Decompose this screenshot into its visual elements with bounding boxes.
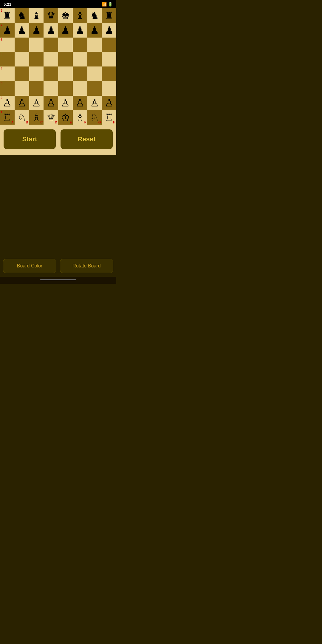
cell-4D[interactable] (44, 66, 58, 81)
status-bar: 5:21 📶 🔋 (0, 0, 116, 8)
cell-6E[interactable] (58, 38, 73, 52)
cell-3A[interactable]: 3 (0, 81, 15, 96)
cell-8G[interactable]: ♞ (87, 8, 102, 23)
cell-4G[interactable] (87, 66, 102, 81)
cell-3E[interactable] (58, 81, 73, 96)
piece-8G: ♞ (90, 10, 99, 21)
cell-2E[interactable]: ♙ (58, 96, 73, 110)
cell-6G[interactable] (87, 38, 102, 52)
cell-4C[interactable] (29, 66, 44, 81)
piece-7D: ♟ (47, 25, 55, 35)
cell-2D[interactable]: ♙ (44, 96, 58, 110)
cell-7C[interactable]: ♟ (29, 23, 44, 38)
cell-3H[interactable] (102, 81, 116, 96)
piece-8H: ♜ (105, 10, 114, 21)
bottom-buttons-area: Board Color Rotate Board (0, 256, 116, 277)
cell-2G[interactable]: ♙ (87, 96, 102, 110)
cell-1A[interactable]: 1A♖ (0, 110, 15, 125)
piece-7E: ♟ (61, 25, 70, 35)
cell-5H[interactable] (102, 52, 116, 66)
cell-1E[interactable]: E♔ (58, 110, 73, 125)
piece-1D: ♕ (47, 112, 55, 123)
piece-8B: ♞ (17, 10, 26, 21)
cell-5C[interactable] (29, 52, 44, 66)
reset-button[interactable]: Reset (61, 129, 113, 149)
cell-8C[interactable]: ♝ (29, 8, 44, 23)
cell-6A[interactable]: 6 (0, 38, 15, 52)
cell-7B[interactable]: ♟ (15, 23, 29, 38)
cell-2C[interactable]: ♙ (29, 96, 44, 110)
cell-7D[interactable]: ♟ (44, 23, 58, 38)
cell-1H[interactable]: H♖ (102, 110, 116, 125)
cell-8A[interactable]: 8♜ (0, 8, 15, 23)
buttons-area: Start Reset (0, 125, 116, 155)
piece-8E: ♚ (61, 10, 70, 21)
piece-7H: ♟ (105, 25, 114, 35)
cell-7E[interactable]: ♟ (58, 23, 73, 38)
cell-5F[interactable] (73, 52, 87, 66)
piece-8A: ♜ (3, 10, 12, 21)
cell-4A[interactable]: 4 (0, 66, 15, 81)
cell-4H[interactable] (102, 66, 116, 81)
cell-6F[interactable] (73, 38, 87, 52)
cell-3D[interactable] (44, 81, 58, 96)
cell-4E[interactable] (58, 66, 73, 81)
cell-6C[interactable] (29, 38, 44, 52)
cell-8D[interactable]: ♛ (44, 8, 58, 23)
battery-icon: 🔋 (108, 2, 113, 7)
cell-6H[interactable] (102, 38, 116, 52)
cell-4B[interactable] (15, 66, 29, 81)
cell-2B[interactable]: ♙ (15, 96, 29, 110)
cell-5G[interactable] (87, 52, 102, 66)
rank-label-4: 4 (1, 67, 2, 70)
cell-8H[interactable]: ♜ (102, 8, 116, 23)
cell-2H[interactable]: ♙ (102, 96, 116, 110)
cell-1D[interactable]: D♕ (44, 110, 58, 125)
cell-1F[interactable]: F♗ (73, 110, 87, 125)
cell-1C[interactable]: C♗ (29, 110, 44, 125)
cell-7A[interactable]: 7♟ (0, 23, 15, 38)
cell-8B[interactable]: ♞ (15, 8, 29, 23)
piece-8C: ♝ (32, 10, 41, 21)
piece-1H: ♖ (105, 112, 114, 123)
cell-6D[interactable] (44, 38, 58, 52)
cell-5A[interactable]: 5 (0, 52, 15, 66)
cell-8F[interactable]: ♝ (73, 8, 87, 23)
cell-5E[interactable] (58, 52, 73, 66)
piece-1G: ♘ (90, 112, 99, 123)
rank-label-2: 2 (1, 96, 2, 100)
piece-1E: ♔ (61, 112, 70, 123)
piece-2H: ♙ (105, 98, 114, 108)
cell-3B[interactable] (15, 81, 29, 96)
piece-7C: ♟ (32, 25, 41, 35)
cell-7G[interactable]: ♟ (87, 23, 102, 38)
piece-2F: ♙ (75, 98, 84, 108)
rank-label-6: 6 (1, 38, 2, 41)
cell-7F[interactable]: ♟ (73, 23, 87, 38)
cell-5D[interactable] (44, 52, 58, 66)
start-button[interactable]: Start (4, 129, 56, 149)
piece-1C: ♗ (32, 112, 41, 123)
cell-1G[interactable]: G♘ (87, 110, 102, 125)
cell-4F[interactable] (73, 66, 87, 81)
cell-2F[interactable]: ♙ (73, 96, 87, 110)
cell-3C[interactable] (29, 81, 44, 96)
cell-2A[interactable]: 2♙ (0, 96, 15, 110)
nav-bar (0, 277, 116, 284)
piece-2C: ♙ (32, 98, 41, 108)
cell-3F[interactable] (73, 81, 87, 96)
piece-7G: ♟ (90, 25, 99, 35)
cell-8E[interactable]: ♚ (58, 8, 73, 23)
cell-6B[interactable] (15, 38, 29, 52)
piece-2E: ♙ (61, 98, 70, 108)
cell-5B[interactable] (15, 52, 29, 66)
rank-label-3: 3 (1, 82, 2, 85)
cell-1B[interactable]: B♘ (15, 110, 29, 125)
cell-7H[interactable]: ♟ (102, 23, 116, 38)
board-color-button[interactable]: Board Color (3, 259, 56, 273)
rotate-board-button[interactable]: Rotate Board (60, 259, 113, 273)
cell-3G[interactable] (87, 81, 102, 96)
nav-home-indicator (40, 279, 76, 280)
chess-board[interactable]: 8♜♞♝♛♚♝♞♜7♟♟♟♟♟♟♟♟65432♙♙♙♙♙♙♙♙1A♖B♘C♗D♕… (0, 8, 116, 125)
file-label-F: F (84, 121, 86, 124)
